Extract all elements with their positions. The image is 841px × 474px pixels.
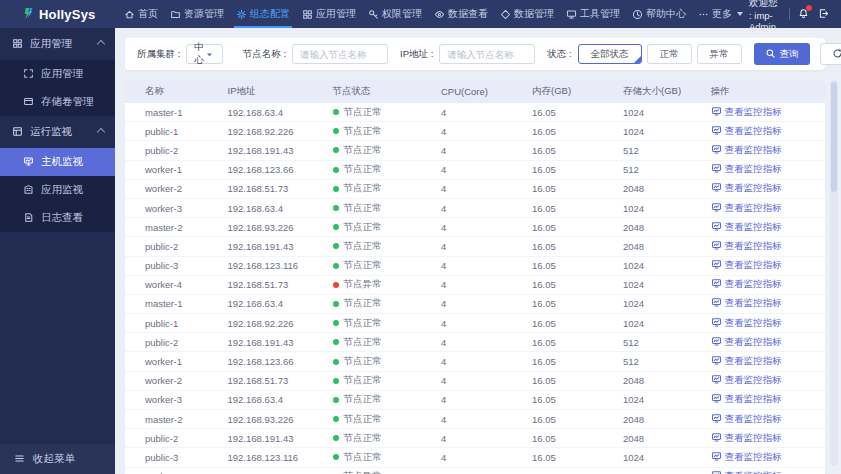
node-table: 名称IP地址节点状态CPU(Core)内存(GB)存储大小(GB)操作 mast… <box>125 80 825 474</box>
nav-item-首页[interactable]: 首页 <box>118 0 164 28</box>
cell-cpu: 4 <box>433 352 524 371</box>
nav-item-权限管理[interactable]: 权限管理 <box>362 0 428 28</box>
monitor-group-icon <box>12 126 23 139</box>
status-option-全部状态[interactable]: 全部状态 <box>578 44 642 64</box>
cell-status: 节点正常 <box>325 448 434 467</box>
cell-ip: 192.168.63.4 <box>220 294 325 313</box>
logout-button[interactable] <box>818 8 829 21</box>
view-metrics-link[interactable]: 查看监控指标 <box>711 413 782 426</box>
nav-item-label: 组态配置 <box>250 7 290 21</box>
collapse-menu-button[interactable]: 收起菜单 <box>0 444 115 474</box>
nav-item-label: 资源管理 <box>184 7 224 21</box>
nav-item-帮助中心[interactable]: 帮助中心 <box>626 0 692 28</box>
cell-storage: 1024 <box>615 467 703 474</box>
chart-link-icon <box>711 106 722 119</box>
nav-item-数据管理[interactable]: 数据管理 <box>494 0 560 28</box>
logo-text: HollySys <box>39 7 96 22</box>
status-option-正常[interactable]: 正常 <box>647 44 692 64</box>
cell-storage: 1024 <box>615 122 703 141</box>
query-button[interactable]: 查询 <box>754 43 810 65</box>
cell-cpu: 4 <box>433 218 524 237</box>
cluster-select[interactable]: 中心 <box>186 44 223 64</box>
nav-item-应用管理[interactable]: 应用管理 <box>296 0 362 28</box>
cell-action: 查看监控指标 <box>703 333 826 352</box>
view-metrics-link[interactable]: 查看监控指标 <box>711 202 782 215</box>
view-metrics-link[interactable]: 查看监控指标 <box>711 297 782 310</box>
view-metrics-link[interactable]: 查看监控指标 <box>711 393 782 406</box>
hamburger-icon <box>14 453 25 466</box>
search-icon <box>765 48 776 61</box>
sidebar-item-主机监视[interactable]: 主机监视 <box>0 148 115 176</box>
nav-item-数据查看[interactable]: 数据查看 <box>428 0 494 28</box>
view-metrics-link[interactable]: 查看监控指标 <box>711 336 782 349</box>
sidebar-group: 应用管理 应用管理 存储卷管理 <box>0 28 115 116</box>
notification-badge <box>806 5 812 11</box>
table-row: worker-4 192.168.51.73 节点异常 4 16.05 1024… <box>125 275 825 294</box>
notification-bell-button[interactable] <box>798 8 809 21</box>
scrollbar-thumb[interactable] <box>831 82 837 192</box>
sidebar-group-header[interactable]: 运行监视 <box>0 116 115 148</box>
vertical-scrollbar[interactable] <box>830 80 838 466</box>
sidebar-item-应用监视[interactable]: 应用监视 <box>0 176 115 204</box>
cell-status: 节点正常 <box>325 103 434 122</box>
view-metrics-link[interactable]: 查看监控指标 <box>711 470 782 474</box>
sidebar-group: 运行监视 主机监视 应用监视 日志查看 <box>0 116 115 232</box>
cell-cpu: 4 <box>433 103 524 122</box>
cell-storage: 1024 <box>615 256 703 275</box>
cell-storage: 1024 <box>615 294 703 313</box>
view-metrics-link[interactable]: 查看监控指标 <box>711 317 782 330</box>
cell-storage: 2048 <box>615 371 703 390</box>
sidebar-item-label: 存储卷管理 <box>41 95 94 109</box>
cell-ip: 192.168.191.43 <box>220 429 325 448</box>
chart-link-icon <box>711 374 722 387</box>
view-metrics-link[interactable]: 查看监控指标 <box>711 432 782 445</box>
cell-name: public-3 <box>125 448 220 467</box>
sidebar-item-日志查看[interactable]: 日志查看 <box>0 204 115 232</box>
view-metrics-link[interactable]: 查看监控指标 <box>711 163 782 176</box>
cell-cpu: 4 <box>433 275 524 294</box>
sidebar: 应用管理 应用管理 存储卷管理 运行监视 主机监视 应用监视 日志查看 收起菜单 <box>0 28 115 474</box>
reset-button[interactable]: 重置 <box>820 43 841 65</box>
table-row: master-1 192.168.63.4 节点正常 4 16.05 1024 … <box>125 103 825 122</box>
cell-storage: 1024 <box>615 448 703 467</box>
cell-name: worker-4 <box>125 467 220 474</box>
cell-memory: 16.05 <box>524 352 615 371</box>
chart-link-icon <box>711 432 722 445</box>
cell-name: public-2 <box>125 141 220 160</box>
nav-item-组态配置[interactable]: 组态配置 <box>230 0 296 28</box>
nav-item-工具管理[interactable]: 工具管理 <box>560 0 626 28</box>
sidebar-item-label: 日志查看 <box>41 211 83 225</box>
sidebar-item-存储卷管理[interactable]: 存储卷管理 <box>0 88 115 116</box>
view-metrics-link[interactable]: 查看监控指标 <box>711 106 782 119</box>
sidebar-group-header[interactable]: 应用管理 <box>0 28 115 60</box>
status-option-异常[interactable]: 异常 <box>697 44 742 64</box>
table-row: master-2 192.168.93.226 节点正常 4 16.05 204… <box>125 410 825 429</box>
view-metrics-link[interactable]: 查看监控指标 <box>711 221 782 234</box>
ip-input[interactable] <box>439 44 535 64</box>
cell-action: 查看监控指标 <box>703 179 826 198</box>
sidebar-group-label: 运行监视 <box>30 125 72 139</box>
view-metrics-link[interactable]: 查看监控指标 <box>711 144 782 157</box>
view-metrics-link[interactable]: 查看监控指标 <box>711 259 782 272</box>
view-metrics-link[interactable]: 查看监控指标 <box>711 240 782 253</box>
key-icon <box>368 9 379 20</box>
node-name-input[interactable] <box>292 44 388 64</box>
chart-link-icon <box>711 202 722 215</box>
chart-link-icon <box>711 278 722 291</box>
cell-name: worker-1 <box>125 352 220 371</box>
status-dot <box>333 243 339 249</box>
cell-ip: 192.168.63.4 <box>220 390 325 409</box>
view-metrics-link[interactable]: 查看监控指标 <box>711 355 782 368</box>
view-metrics-link[interactable]: 查看监控指标 <box>711 125 782 138</box>
column-header: 存储大小(GB) <box>615 80 703 103</box>
nav-item-资源管理[interactable]: 资源管理 <box>164 0 230 28</box>
view-metrics-link[interactable]: 查看监控指标 <box>711 374 782 387</box>
view-metrics-link[interactable]: 查看监控指标 <box>711 278 782 291</box>
table-row: worker-2 192.168.51.73 节点正常 4 16.05 2048… <box>125 179 825 198</box>
view-metrics-link[interactable]: 查看监控指标 <box>711 182 782 195</box>
cell-ip: 192.168.51.73 <box>220 371 325 390</box>
sidebar-item-应用管理[interactable]: 应用管理 <box>0 60 115 88</box>
view-metrics-link[interactable]: 查看监控指标 <box>711 451 782 464</box>
nav-item-更多[interactable]: 更多 <box>692 0 749 28</box>
cell-ip: 192.168.93.226 <box>220 410 325 429</box>
